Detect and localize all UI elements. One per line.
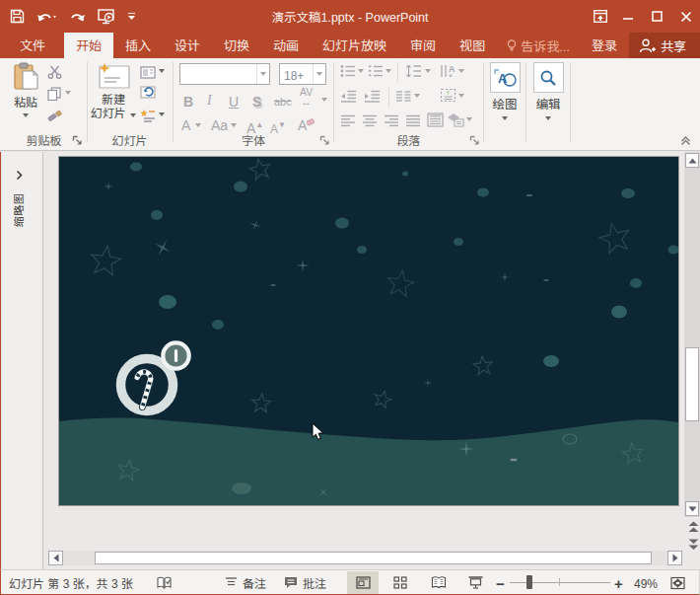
ribbon-display-options-icon[interactable]	[586, 0, 614, 33]
numbering-icon[interactable]	[367, 63, 385, 79]
underline-button[interactable]: U	[229, 91, 239, 111]
share-button[interactable]: 共享	[629, 33, 700, 58]
collapse-ribbon-icon[interactable]	[678, 135, 692, 147]
align-left-icon[interactable]	[339, 112, 357, 128]
tab-insert[interactable]: 插入	[113, 33, 163, 58]
tab-transitions[interactable]: 切换	[212, 33, 261, 58]
increase-indent-icon[interactable]	[363, 88, 381, 104]
zoom-in-button[interactable]: +	[614, 570, 623, 594]
character-spacing-dropdown[interactable]	[321, 98, 327, 102]
tab-design[interactable]: 设计	[163, 33, 212, 58]
tab-review[interactable]: 审阅	[398, 33, 448, 58]
columns-dropdown[interactable]	[414, 94, 420, 98]
format-painter-icon[interactable]	[45, 109, 63, 124]
ribbon-group-editing: 编辑	[526, 58, 570, 150]
text-direction-dropdown[interactable]	[458, 69, 464, 73]
font-dialog-launcher[interactable]	[319, 135, 330, 146]
align-text-dropdown[interactable]	[458, 94, 464, 98]
align-right-icon[interactable]	[383, 112, 400, 128]
font-color-dropdown[interactable]	[195, 123, 201, 127]
sign-in-button[interactable]: 登录	[580, 33, 629, 58]
next-slide-icon[interactable]	[688, 539, 699, 551]
tab-home[interactable]: 开始	[64, 33, 113, 58]
font-name-dropdown[interactable]	[256, 64, 269, 84]
reading-view-button[interactable]	[423, 571, 455, 594]
zoom-slider-thumb[interactable]	[526, 575, 532, 589]
align-center-icon[interactable]	[361, 112, 379, 128]
slide-layout-icon[interactable]	[139, 64, 157, 80]
previous-slide-icon[interactable]	[688, 521, 699, 533]
tell-me-box[interactable]: 告诉我...	[497, 33, 580, 58]
slide-decoration-dot	[630, 278, 642, 288]
comments-button[interactable]: 批注	[284, 570, 326, 594]
font-size-dropdown[interactable]	[313, 64, 325, 84]
scroll-left-icon[interactable]	[48, 551, 63, 565]
convert-smartart-icon[interactable]	[447, 112, 464, 127]
convert-smartart-dropdown[interactable]	[466, 117, 472, 121]
numbering-dropdown[interactable]	[385, 69, 391, 73]
section-icon[interactable]	[139, 108, 157, 123]
scroll-up-icon[interactable]	[685, 153, 699, 168]
fit-to-window-icon[interactable]	[664, 571, 691, 594]
slide-indicator[interactable]: 幻灯片 第 3 张，共 3 张	[9, 570, 133, 594]
font-size-combo[interactable]: 18+	[279, 63, 326, 85]
tab-slideshow[interactable]: 幻灯片放映	[311, 33, 398, 58]
change-case-dropdown[interactable]	[231, 123, 237, 127]
close-icon[interactable]	[671, 0, 700, 33]
item-number-badge[interactable]	[163, 342, 188, 368]
vertical-scrollbar[interactable]	[684, 152, 700, 517]
tab-animations[interactable]: 动画	[261, 33, 311, 58]
scroll-down-icon[interactable]	[685, 501, 699, 516]
section-dropdown[interactable]	[159, 112, 165, 116]
paste-dropdown[interactable]	[23, 113, 29, 117]
notes-button[interactable]: 备注	[225, 570, 266, 594]
line-spacing-dropdown[interactable]	[425, 69, 431, 73]
text-shadow-button[interactable]: S	[252, 91, 261, 111]
tab-file[interactable]: 文件	[8, 33, 57, 58]
font-name-combo[interactable]	[179, 63, 270, 85]
strikethrough-button[interactable]: abc	[274, 91, 292, 111]
zoom-out-button[interactable]: −	[496, 570, 505, 594]
thumbnail-panel-label: 缩略图	[11, 190, 25, 230]
text-direction-icon[interactable]: A	[439, 63, 456, 79]
decrease-indent-icon[interactable]	[339, 88, 357, 104]
paste-button[interactable]: 粘贴	[8, 62, 43, 117]
copy-icon[interactable]	[45, 86, 63, 102]
italic-button[interactable]: I	[207, 91, 212, 111]
character-spacing-button[interactable]: AV↔	[300, 87, 313, 107]
zoom-slider[interactable]	[510, 582, 610, 583]
reset-slide-icon[interactable]	[139, 83, 157, 99]
normal-view-button[interactable]	[347, 571, 379, 594]
horizontal-scrollbar[interactable]	[48, 551, 682, 565]
line-spacing-icon[interactable]	[404, 63, 422, 79]
horizontal-scroll-thumb[interactable]	[95, 552, 652, 564]
zoom-level[interactable]: 49%	[632, 570, 658, 594]
paragraph-dialog-launcher[interactable]	[469, 135, 480, 146]
expand-thumbnails-icon[interactable]	[16, 170, 23, 181]
bullets-dropdown[interactable]	[358, 69, 364, 73]
slide-editor[interactable]	[59, 157, 678, 505]
cut-icon[interactable]	[45, 64, 63, 80]
slide-canvas[interactable]	[59, 157, 678, 505]
vertical-scroll-thumb[interactable]	[685, 347, 699, 421]
minimize-icon[interactable]	[614, 0, 643, 33]
layout-dropdown[interactable]	[159, 69, 165, 73]
tab-view[interactable]: 视图	[448, 33, 497, 58]
slideshow-view-button[interactable]	[459, 571, 491, 594]
drawing-group-button[interactable]: A 绘图	[489, 62, 521, 120]
columns-icon[interactable]	[394, 88, 412, 104]
bullets-icon[interactable]	[339, 63, 357, 79]
copy-dropdown[interactable]	[65, 91, 71, 95]
thumbnail-panel[interactable]: 缩略图	[2, 152, 43, 569]
clipboard-dialog-launcher[interactable]	[72, 135, 83, 146]
bold-button[interactable]: B	[183, 91, 193, 111]
slide-sorter-view-button[interactable]	[385, 571, 416, 594]
new-slide-button[interactable]: 新建 幻灯片	[93, 62, 134, 119]
justify-icon[interactable]	[404, 112, 422, 128]
editing-group-button[interactable]: 编辑	[532, 62, 564, 120]
distribute-columns-icon[interactable]	[426, 112, 444, 127]
spell-check-icon[interactable]	[157, 570, 172, 594]
align-text-icon[interactable]	[439, 87, 456, 103]
maximize-icon[interactable]	[643, 0, 671, 33]
scroll-right-icon[interactable]	[667, 551, 682, 565]
